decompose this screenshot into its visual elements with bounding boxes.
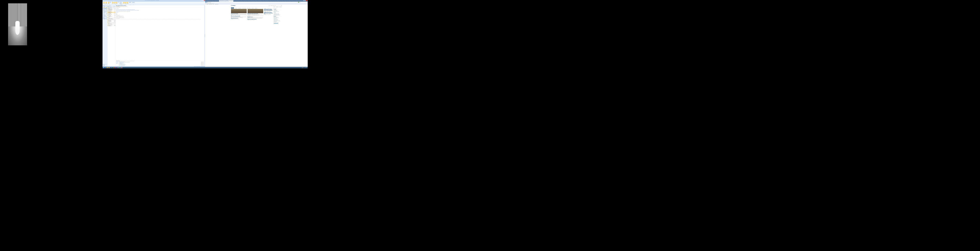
taskbar-outlook[interactable]: [108, 67, 110, 69]
ie-tab-0[interactable]: sintef.no vannbruk - Goo...: [219, 0, 225, 2]
lang-english[interactable]: English: [271, 5, 272, 6]
show-desktop-button[interactable]: [307, 67, 308, 69]
ie-minimize[interactable]: –: [303, 0, 304, 1]
search-icon[interactable]: 🔍: [281, 5, 282, 6]
envelope-icon: [108, 14, 108, 14]
snarveier-heading: Snarveier: [274, 16, 282, 17]
gemini-logo[interactable]: GEMINI: [274, 23, 282, 24]
envelope-icon: [108, 10, 108, 10]
news-story[interactable]: Fanger offshore vind fra øst27.10.2011 |…: [231, 18, 247, 19]
activity-row[interactable]: ✉SV: KU, Vannforsyningsdirektivet17:51 2…: [119, 65, 204, 66]
nav-pressrom[interactable]: Pressrom: [251, 8, 254, 8]
ribbon-filter-e-mail[interactable]: Filter E-mail: [132, 3, 135, 3]
ie-tab-2[interactable]: sintef.no | SINTEF: [229, 0, 234, 2]
address-bar[interactable]: http://sintef.no/: [208, 2, 298, 3]
taskbar-excel[interactable]: [112, 67, 113, 69]
site-search[interactable]: [274, 5, 281, 6]
news-story[interactable]: Brannvesenet mangler kompetanse17.10.201…: [248, 19, 263, 20]
menu-favorites[interactable]: Favorites: [210, 3, 211, 3]
nav-sintef-no[interactable]: sintef.no: [231, 8, 234, 8]
menu-edit[interactable]: Edit: [207, 3, 208, 3]
ribbon-reply-all[interactable]: Reply All: [114, 2, 116, 4]
nav-kommersialisering[interactable]: Kommersialisering: [242, 8, 247, 8]
ribbon-rules[interactable]: Rules: [125, 2, 127, 4]
subnav-publikasjoner[interactable]: Publikasjoner: [279, 7, 282, 7]
taskbar-app7[interactable]: [115, 67, 117, 69]
ribbon-icon: [127, 2, 128, 3]
news-story[interactable]: Gartligstål åtting rundt undulater ble f…: [248, 16, 263, 16]
menu-file[interactable]: File: [205, 3, 207, 3]
ribbon-reply[interactable]: Reply: [112, 2, 114, 4]
ribbon-follow-up[interactable]: Follow Up: [129, 3, 131, 3]
lang-norsk[interactable]: Norsk: [273, 5, 274, 6]
nav-jobbe-i-sintef[interactable]: Jobbe i SINTEF: [247, 8, 251, 8]
message-row[interactable]: Nguyen Thanh NgocNoen andre som ønsker s…: [107, 24, 116, 25]
ribbon-create-new[interactable]: Create New: [120, 4, 123, 4]
back-button[interactable]: ◄: [205, 2, 207, 3]
envelope-icon: [108, 18, 108, 18]
menu-tools[interactable]: Tools: [212, 3, 213, 3]
taskbar-clock[interactable]: 21:54 2011-11-17: [304, 67, 307, 68]
refresh-button[interactable]: ⟳: [298, 2, 299, 3]
tray-network-icon[interactable]: 📶: [302, 67, 303, 68]
minimize-button[interactable]: –: [202, 0, 202, 1]
message-row[interactable]: Olsen Øla B.Plakater til Ransveato 10.11: [107, 25, 116, 26]
ribbon-icon: [112, 2, 114, 3]
forward-button[interactable]: ►: [207, 2, 208, 3]
sintef-logo[interactable]: SINTEF: [231, 5, 235, 6]
envelope-icon: [108, 21, 108, 21]
taskbar-explorer[interactable]: [107, 67, 108, 69]
ribbon-forward[interactable]: Forward: [116, 2, 118, 4]
ribbon-junk[interactable]: Junk: [110, 3, 111, 3]
ribbon-onenote[interactable]: OneNote: [127, 2, 128, 4]
menu-help[interactable]: Help: [213, 3, 214, 3]
ribbon-delete[interactable]: Delete: [108, 2, 110, 4]
ribbon-move[interactable]: Move: [123, 2, 125, 4]
favorites-star-icon[interactable]: ★: [205, 4, 206, 4]
ribbon-more[interactable]: More: [118, 2, 119, 3]
news-story[interactable]: Smarte kraftnett skal gi fornybar-rekord…: [248, 9, 263, 15]
maximize-button[interactable]: □: [203, 0, 204, 1]
subnav-medarbeidere[interactable]: Medarbeidere: [276, 7, 278, 7]
fav-label[interactable]: Favorites: [207, 4, 208, 4]
news-story[interactable]: En sjanse til å vinne02.11.2011 | Kan GP…: [248, 17, 263, 18]
side-link[interactable]: SINTEF Teknologi og samfunn: [274, 15, 282, 16]
news-story[interactable]: Mistet troen på Mongstad-prosjektet08.11…: [231, 16, 247, 18]
people-hint[interactable]: Connect to social networks to show profi…: [116, 61, 204, 61]
fav-link-1[interactable]: kommet forbruker — Googl...: [209, 4, 214, 4]
close-button[interactable]: ×: [204, 0, 205, 1]
message-row[interactable]: Smith Bjørn TønderRE: Inndeling av fremt…: [107, 12, 116, 13]
news-story[interactable]: SINTEF-seminar 18. november: Kan Vestlan…: [264, 9, 273, 12]
news-story[interactable]: Tåler huset ditt høstregnet?03.11.2011 |…: [231, 9, 247, 16]
taskbar-word[interactable]: [110, 67, 112, 69]
nav-milj-og-klima[interactable]: Miljø og klima: [237, 8, 242, 8]
taskbar-ie[interactable]: [105, 67, 106, 69]
search-box[interactable]: Bing: [299, 2, 307, 3]
subnav-forsiden[interactable]: Forsiden: [274, 7, 275, 7]
nav-om-sintef[interactable]: Om SINTEF: [234, 8, 237, 8]
tray-volume-icon[interactable]: 🔊: [303, 67, 304, 68]
start-button[interactable]: [102, 67, 105, 69]
ie-close[interactable]: ×: [306, 0, 307, 1]
taskbar-app10[interactable]: [121, 67, 123, 69]
message-row[interactable]: MidtunMuntendring fra tariffregelverket …: [107, 18, 116, 19]
menu-view[interactable]: View: [208, 3, 209, 3]
taskbar-app6[interactable]: [114, 67, 115, 69]
taskbar-app8[interactable]: [117, 67, 119, 69]
add-contact[interactable]: Add: [116, 64, 119, 64]
taskbar-app9[interactable]: [119, 67, 121, 69]
ribbon-new-items[interactable]: New Items: [105, 2, 107, 4]
people-pane[interactable]: Smith Bjørn Tønder Connect to social net…: [116, 61, 204, 66]
ie-tab-1[interactable]: DIO Intranett: [225, 0, 229, 2]
tray-lang[interactable]: NO: [301, 67, 302, 68]
ie-titlebar: sintef.no vannbruk - Goo... DIO Intranet…: [205, 0, 307, 2]
nav-kontakt-oss[interactable]: Kontakt oss: [254, 8, 258, 8]
message-row[interactable]: Lars John HemRE: Inndeling av fremtid va…: [107, 16, 116, 17]
ie-maximize[interactable]: □: [305, 0, 306, 1]
news-story[interactable]: SINTEF-seminar 15. november: Fru Paulsen…: [264, 12, 273, 14]
side-link[interactable]: Byggforskserien: [274, 21, 282, 22]
ribbon-new-e-mail[interactable]: New E-mail: [103, 2, 105, 4]
system-tray[interactable]: NO 📶 🔊: [301, 67, 304, 68]
fav-link-2[interactable]: Foreslåtte områder: [215, 4, 218, 4]
lang-n[interactable]: N: [269, 5, 269, 6]
